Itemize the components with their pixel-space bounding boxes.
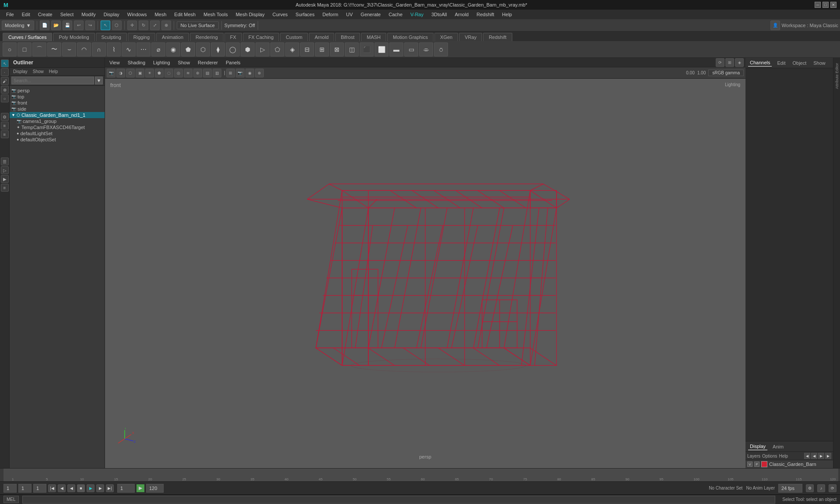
playback-options-btn[interactable]: ⚙ <box>806 484 814 492</box>
vp-hud-btn[interactable]: ▤ <box>203 69 212 77</box>
shelf-icon-9[interactable]: ∿ <box>122 42 136 56</box>
menu-item-mesh-tools[interactable]: Mesh Tools <box>200 11 231 18</box>
play-back-btn[interactable]: ◀ <box>67 484 75 492</box>
paint-tool-button[interactable]: 🖌 <box>1 77 9 85</box>
vp-nav-2[interactable]: ⊞ <box>725 58 734 67</box>
undo-button[interactable]: ↩ <box>74 21 84 30</box>
go-start-btn[interactable]: |◀ <box>48 484 56 492</box>
play-fwd-btn[interactable]: ▶ <box>87 484 94 492</box>
shelf-icon-19[interactable]: ⬠ <box>270 42 284 56</box>
vp-grid-btn[interactable]: ⊞ <box>226 69 235 77</box>
go-end-btn[interactable]: ▶| <box>106 484 114 492</box>
edit-tab[interactable]: Edit <box>775 60 787 66</box>
vp-isolate-btn[interactable]: ◉ <box>245 69 254 77</box>
shelf-tab-fx[interactable]: FX <box>224 33 242 41</box>
new-scene-button[interactable]: 📄 <box>40 21 49 30</box>
ipr-render-button[interactable]: ≡ <box>1 184 9 192</box>
stop-btn[interactable]: ■ <box>77 484 85 492</box>
tree-item-side[interactable]: 📷side <box>10 106 105 112</box>
shelf-icon-7[interactable]: ∩ <box>92 42 106 56</box>
save-scene-button[interactable]: 💾 <box>63 21 72 30</box>
tree-item-defaultlightset[interactable]: ●defaultLightSet <box>10 130 105 136</box>
vp-rivet-btn[interactable]: ⊗ <box>255 69 264 77</box>
minimize-button[interactable]: ─ <box>815 2 821 8</box>
menu-item-3dtoall[interactable]: 3DtoAll <box>428 11 450 18</box>
outliner-display-menu[interactable]: Display <box>11 69 29 74</box>
layer-add-btn[interactable]: ▶ <box>818 453 824 459</box>
help-menu[interactable]: Help <box>779 454 788 458</box>
tool-settings-button[interactable]: ⚙ <box>1 113 9 121</box>
vp-camera2-btn[interactable]: 📷 <box>236 69 245 77</box>
layer-next-btn[interactable]: ◀ <box>811 453 817 459</box>
layers-menu[interactable]: Layers <box>747 454 760 458</box>
shelf-icon-1[interactable]: ○ <box>3 42 17 56</box>
shelf-icon-6[interactable]: ◠ <box>77 42 91 56</box>
layer-prev-btn[interactable]: ◀ <box>804 453 810 459</box>
shelf-tab-curves-/-surfaces[interactable]: Curves / Surfaces <box>3 33 52 41</box>
sound-btn[interactable]: ♪ <box>817 484 825 492</box>
shelf-icon-17[interactable]: ⬢ <box>241 42 255 56</box>
vp-ao-btn[interactable]: ◌ <box>164 69 173 77</box>
show-tab[interactable]: Show <box>812 60 827 66</box>
show-menu[interactable]: Show <box>175 60 193 66</box>
tree-item-tempcamfbxascd46target[interactable]: ✦TempCamFBXASCD46Target <box>10 124 105 130</box>
outliner-help-menu[interactable]: Help <box>47 69 60 74</box>
channel-box-button[interactable]: ≡ <box>1 122 9 130</box>
shelf-tab-motion-graphics[interactable]: Motion Graphics <box>387 33 434 41</box>
lasso-tool-button[interactable]: ⬡ <box>112 21 122 30</box>
current-frame-field2[interactable]: 1 <box>33 484 46 493</box>
select-tool-button[interactable]: ↖ <box>101 21 110 30</box>
menu-item-deform[interactable]: Deform <box>319 11 342 18</box>
maximize-button[interactable]: □ <box>822 2 829 8</box>
vp-motion-btn[interactable]: ≋ <box>184 69 192 77</box>
display-tab[interactable]: Display <box>748 443 767 450</box>
tree-item-persp[interactable]: 📷persp <box>10 88 105 94</box>
options-menu[interactable]: Options <box>762 454 777 458</box>
menu-item-modify[interactable]: Modify <box>78 11 99 18</box>
menu-item-surfaces[interactable]: Surfaces <box>292 11 318 18</box>
tree-item-top[interactable]: 📷top <box>10 94 105 100</box>
anim-tab[interactable]: Anim <box>771 443 785 450</box>
tree-item-front[interactable]: 📷front <box>10 100 105 106</box>
shelf-icon-5[interactable]: ⌣ <box>62 42 76 56</box>
attr-editor-button[interactable]: ≡ <box>1 130 9 138</box>
menu-item-windows[interactable]: Windows <box>124 11 150 18</box>
vp-wireframe-btn[interactable]: ⬡ <box>126 69 135 77</box>
select-mode-button[interactable]: ↖ <box>1 60 9 67</box>
menu-item-redshift[interactable]: Redshift <box>473 11 497 18</box>
shelf-icon-22[interactable]: ⊞ <box>315 42 329 56</box>
shelf-tab-custom[interactable]: Custom <box>280 33 308 41</box>
menu-item-v-ray[interactable]: V-Ray <box>407 11 427 18</box>
mode-selector[interactable]: Modeling ▼ <box>2 21 34 30</box>
vp-texture-btn[interactable]: ▣ <box>136 69 144 77</box>
3d-viewport[interactable]: front Lighting <box>105 79 746 468</box>
redo-button[interactable]: ↪ <box>85 21 95 30</box>
current-frame-field[interactable]: 1 <box>18 484 32 493</box>
shelf-tab-fx-caching[interactable]: FX Caching <box>243 33 279 41</box>
shelf-icon-2[interactable]: □ <box>18 42 32 56</box>
vp-nav-1[interactable]: ⟳ <box>716 58 724 67</box>
universal-tool-button[interactable]: ⊕ <box>161 21 171 30</box>
step-fwd-btn[interactable]: ▶ <box>96 484 104 492</box>
vp-aa-btn[interactable]: ◎ <box>174 69 183 77</box>
timeline-ruler[interactable]: 1510152025303540455055606570758085909510… <box>4 469 838 481</box>
renderer-menu[interactable]: Renderer <box>195 60 220 66</box>
shelf-icon-24[interactable]: ◫ <box>345 42 359 56</box>
view-menu[interactable]: View <box>107 60 122 66</box>
playback-end-field[interactable]: 120 <box>146 484 164 493</box>
menu-item-mesh-display[interactable]: Mesh Display <box>232 11 268 18</box>
shelf-icon-15[interactable]: ⧫ <box>211 42 225 56</box>
shelf-tab-mash[interactable]: MASH <box>361 33 386 41</box>
shelf-tab-redshift[interactable]: Redshift <box>483 33 512 41</box>
tree-item-defaultobjectset[interactable]: ●defaultObjectSet <box>10 136 105 143</box>
menu-item-uv[interactable]: UV <box>343 11 356 18</box>
menu-item-mesh[interactable]: Mesh <box>151 11 170 18</box>
rotate-tool-button[interactable]: ↻ <box>139 21 148 30</box>
shelf-icon-25[interactable]: ⬛ <box>360 42 374 56</box>
shelf-icon-4[interactable]: 〜 <box>47 42 61 56</box>
mel-input[interactable] <box>22 496 776 504</box>
vp-camera-btn[interactable]: 📷 <box>107 69 116 77</box>
shelf-icon-3[interactable]: ⌒ <box>32 42 46 56</box>
loop-btn[interactable]: ⟳ <box>829 484 836 492</box>
menu-item-edit[interactable]: Edit <box>18 11 34 18</box>
